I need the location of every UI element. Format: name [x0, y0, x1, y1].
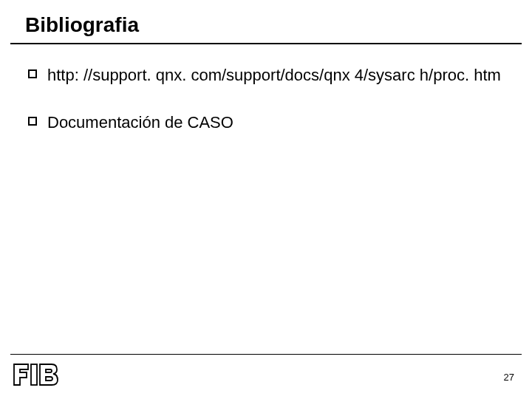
header: Bibliografia: [10, 0, 522, 44]
content-area: http: //support. qnx. com/support/docs/q…: [0, 44, 532, 133]
bullet-text: http: //support. qnx. com/support/docs/q…: [47, 65, 501, 86]
page-title: Bibliografia: [25, 13, 507, 37]
bullet-text: Documentación de CASO: [47, 112, 233, 133]
square-bullet-icon: [28, 117, 37, 126]
footer-divider: [10, 354, 522, 355]
fib-logo: [13, 364, 59, 386]
svg-rect-0: [31, 364, 37, 385]
list-item: Documentación de CASO: [28, 112, 517, 133]
page-number: 27: [504, 372, 514, 383]
list-item: http: //support. qnx. com/support/docs/q…: [28, 65, 517, 86]
square-bullet-icon: [28, 69, 37, 78]
